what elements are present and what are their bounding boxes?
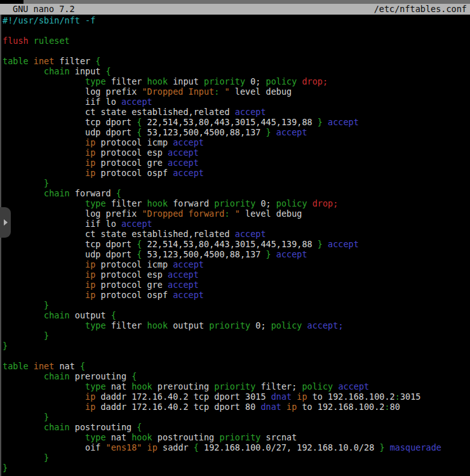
code-token <box>3 198 85 208</box>
code-token <box>3 432 85 442</box>
code-token: hook <box>131 381 152 391</box>
code-token: { <box>80 361 85 371</box>
code-token: protocol gre <box>95 280 168 290</box>
file-path: /etc/nftables.conf <box>374 4 467 15</box>
code-token: 0; <box>250 320 271 330</box>
code-token: nat <box>106 432 132 442</box>
code-line: type nat hook postrouting priority srcna… <box>0 432 470 442</box>
code-token: ct state established,related <box>3 107 235 117</box>
code-line: } <box>0 178 470 188</box>
code-token: ip <box>286 402 297 412</box>
code-line: chain postrouting { <box>0 422 470 432</box>
code-token: " <box>230 208 240 219</box>
code-line: ip daddr 172.16.40.2 tcp dport 80 dnat i… <box>0 402 470 412</box>
code-token: accept <box>173 259 204 269</box>
code-line: } <box>0 300 470 310</box>
code-line: tcp dport { 22,514,53,80,443,3015,445,13… <box>0 239 470 249</box>
code-token: { <box>111 310 116 320</box>
code-token: } <box>44 300 49 310</box>
code-line: } <box>0 341 470 351</box>
code-token <box>3 422 44 432</box>
editor-area[interactable]: #!/usr/sbin/nft -fflush rulesettable ine… <box>0 15 470 473</box>
code-token <box>3 259 85 269</box>
code-token: daddr 172.16.40.2 tcp dport 3015 <box>95 391 271 402</box>
code-token: : <box>385 402 390 412</box>
code-token: dnat <box>260 402 281 412</box>
code-token: accept <box>328 117 359 127</box>
code-line: chain input { <box>0 66 470 76</box>
code-token: input <box>70 66 106 76</box>
code-line: ip protocol esp accept <box>0 269 470 280</box>
code-line: ip protocol ospf accept <box>0 290 470 300</box>
sidebar-toggle-handle[interactable] <box>0 207 11 238</box>
code-token: } <box>44 412 49 422</box>
code-token: drop; <box>312 198 339 208</box>
code-token: level debug <box>240 208 302 219</box>
code-token: } <box>44 178 49 188</box>
code-token: ip <box>85 391 95 402</box>
code-token: 53,123,500,4500,88,137 <box>142 249 265 259</box>
code-token: type <box>85 432 106 442</box>
code-token: ip <box>85 137 95 147</box>
code-line: ct state established,related accept <box>0 229 470 239</box>
code-token <box>271 127 276 137</box>
code-token <box>3 452 44 463</box>
code-line: log prefix "Dropped forward: " level deb… <box>0 208 470 219</box>
code-token: iif lo <box>3 97 121 107</box>
code-token <box>3 168 85 178</box>
code-token: ip <box>147 442 158 452</box>
code-line: type nat hook prerouting priority filter… <box>0 381 470 391</box>
code-token: accept <box>235 229 266 239</box>
code-token: " <box>219 86 229 97</box>
code-line: ip protocol gre accept <box>0 158 470 168</box>
code-token: prerouting <box>152 381 215 391</box>
code-token: priority <box>214 381 255 391</box>
code-token: drop; <box>302 76 328 86</box>
code-token: saddr <box>158 442 194 452</box>
code-token: protocol esp <box>95 147 168 158</box>
code-token: { <box>131 371 137 381</box>
code-token: inet <box>34 56 55 66</box>
code-token: accept <box>328 239 359 249</box>
code-line: iif lo accept <box>0 97 470 107</box>
code-token <box>142 442 147 452</box>
code-line: type filter hook output priority 0; poli… <box>0 320 470 330</box>
code-line: chain output { <box>0 310 470 320</box>
code-token: chain <box>44 310 70 320</box>
code-token: : <box>395 391 400 402</box>
code-token: srcnat <box>260 432 297 442</box>
code-token <box>3 269 85 280</box>
code-line: ip protocol icmp accept <box>0 259 470 269</box>
code-token: } <box>266 249 271 259</box>
code-token: ip <box>85 269 95 280</box>
code-token: protocol esp <box>95 269 168 280</box>
code-token: ip <box>85 158 95 168</box>
code-token: to 192.168.100.2 <box>297 402 384 412</box>
code-line <box>0 25 470 36</box>
code-token: 22,514,53,80,443,3015,445,139,88 <box>142 117 317 127</box>
code-token: forward <box>168 198 214 208</box>
code-token: log prefix <box>3 208 142 219</box>
code-line: ip protocol icmp accept <box>0 137 470 147</box>
code-token <box>271 249 276 259</box>
code-token: ip <box>297 391 307 402</box>
code-token: input <box>168 76 204 86</box>
code-token: protocol ospf <box>95 168 173 178</box>
code-token: ruleset <box>34 36 70 46</box>
code-line: } <box>0 463 470 473</box>
code-line <box>0 46 470 56</box>
code-token <box>29 36 34 46</box>
code-token: protocol icmp <box>95 137 173 147</box>
code-token: priority <box>204 76 245 86</box>
code-token: prerouting <box>70 371 132 381</box>
code-line: } <box>0 330 470 341</box>
code-token: { <box>106 66 111 76</box>
code-token <box>29 361 34 371</box>
code-line: table inet nat { <box>0 361 470 371</box>
code-token: policy <box>266 76 297 86</box>
code-token: "ens18" <box>106 442 142 452</box>
code-line: ip daddr 172.16.40.2 tcp dport 3015 dnat… <box>0 391 470 402</box>
code-token: type <box>85 381 106 391</box>
code-line: ct state established,related accept <box>0 107 470 117</box>
code-token <box>385 442 390 452</box>
